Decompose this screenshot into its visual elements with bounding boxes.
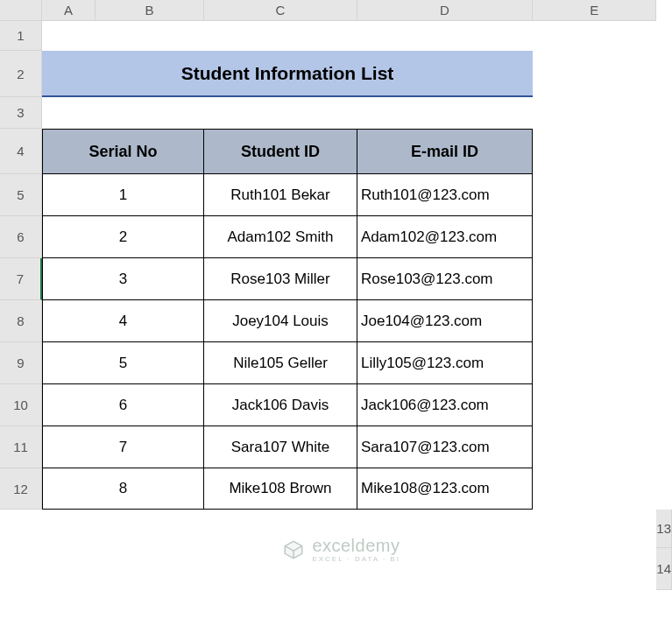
row-header-12[interactable]: 12 bbox=[0, 468, 42, 510]
cell-student-id[interactable]: Rose103 Miller bbox=[204, 258, 357, 300]
cell-student-id[interactable]: Joey104 Louis bbox=[204, 300, 357, 342]
cell-student-id[interactable]: Mike108 Brown bbox=[204, 468, 357, 510]
watermark-brand: exceldemy bbox=[312, 537, 400, 554]
row-header-7[interactable]: 7 bbox=[0, 258, 42, 300]
col-header-C[interactable]: C bbox=[204, 0, 357, 21]
cell-serial[interactable]: 8 bbox=[42, 468, 204, 510]
row-header-13[interactable]: 13 bbox=[656, 510, 672, 548]
cell-student-id[interactable]: Jack106 Davis bbox=[204, 384, 357, 426]
cell-student-id[interactable]: Nile105 Geller bbox=[204, 342, 357, 384]
row-header-14[interactable]: 14 bbox=[656, 548, 672, 590]
select-all-corner[interactable] bbox=[0, 0, 42, 21]
row-header-4[interactable]: 4 bbox=[0, 129, 42, 174]
row-header-3[interactable]: 3 bbox=[0, 97, 42, 129]
cell-serial[interactable]: 4 bbox=[42, 300, 204, 342]
page-title[interactable]: Student Information List bbox=[42, 51, 533, 97]
cell-email[interactable]: Sara107@123.com bbox=[357, 426, 533, 468]
row-header-1[interactable]: 1 bbox=[0, 21, 42, 51]
row-header-5[interactable]: 5 bbox=[0, 174, 42, 216]
cell-email[interactable]: Adam102@123.com bbox=[357, 216, 533, 258]
cell-serial[interactable]: 3 bbox=[42, 258, 204, 300]
watermark: exceldemy EXCEL · DATA · BI bbox=[0, 510, 656, 590]
exceldemy-logo-icon bbox=[282, 538, 305, 561]
cell-student-id[interactable]: Adam102 Smith bbox=[204, 216, 357, 258]
cell-student-id[interactable]: Sara107 White bbox=[204, 426, 357, 468]
col-header-label: B bbox=[95, 0, 203, 20]
row-header-9[interactable]: 9 bbox=[0, 342, 42, 384]
cell-email[interactable]: Ruth101@123.com bbox=[357, 174, 533, 216]
table-header-email[interactable]: E-mail ID bbox=[357, 129, 533, 174]
col-header-D[interactable]: D bbox=[357, 0, 533, 21]
table-header-student-id[interactable]: Student ID bbox=[204, 129, 357, 174]
cell-email[interactable]: Jack106@123.com bbox=[357, 384, 533, 426]
cell-serial[interactable]: 1 bbox=[42, 174, 204, 216]
cell-email[interactable]: Rose103@123.com bbox=[357, 258, 533, 300]
cell-serial[interactable]: 6 bbox=[42, 384, 204, 426]
watermark-tagline: EXCEL · DATA · BI bbox=[312, 556, 400, 563]
cell-email[interactable]: Joe104@123.com bbox=[357, 300, 533, 342]
row-header-10[interactable]: 10 bbox=[0, 384, 42, 426]
cell-serial[interactable]: 5 bbox=[42, 342, 204, 384]
col-header-E[interactable]: E bbox=[533, 0, 656, 21]
row-header-8[interactable]: 8 bbox=[0, 300, 42, 342]
table-header-serial[interactable]: Serial No bbox=[42, 129, 204, 174]
cell-serial[interactable]: 2 bbox=[42, 216, 204, 258]
col-header-A[interactable]: A B bbox=[42, 0, 204, 21]
cell-email[interactable]: Lilly105@123.com bbox=[357, 342, 533, 384]
cell-student-id[interactable]: Ruth101 Bekar bbox=[204, 174, 357, 216]
cell-email[interactable]: Mike108@123.com bbox=[357, 468, 533, 510]
row-header-6[interactable]: 6 bbox=[0, 216, 42, 258]
cell-serial[interactable]: 7 bbox=[42, 426, 204, 468]
row-header-11[interactable]: 11 bbox=[0, 426, 42, 468]
spreadsheet-grid: A B C D E 1 2 3 4 5 6 7 8 9 10 11 12 13 … bbox=[0, 0, 672, 640]
row-header-2[interactable]: 2 bbox=[0, 51, 42, 97]
col-header-label: A bbox=[42, 3, 95, 18]
